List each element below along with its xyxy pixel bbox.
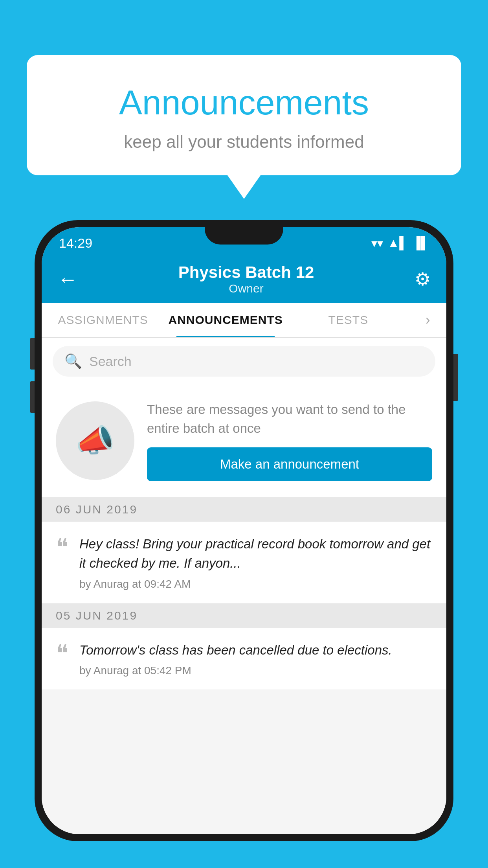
app-bar-subtitle: Owner bbox=[178, 282, 314, 295]
announcement-item-2[interactable]: ❝ Tomorrow's class has been cancelled du… bbox=[42, 628, 446, 690]
back-button[interactable]: ← bbox=[57, 267, 78, 291]
app-bar-title: Physics Batch 12 bbox=[178, 263, 314, 282]
phone-notch bbox=[205, 227, 283, 245]
status-icons: ▾▾ ▲▌ ▐▌ bbox=[371, 236, 429, 250]
make-announcement-button[interactable]: Make an announcement bbox=[147, 447, 432, 481]
quote-icon-1: ❝ bbox=[56, 536, 68, 559]
speech-bubble-title: Announcements bbox=[50, 83, 438, 123]
app-bar: ← Physics Batch 12 Owner ⚙ bbox=[42, 256, 446, 303]
speech-bubble-arrow bbox=[227, 175, 261, 199]
promo-description: These are messages you want to send to t… bbox=[147, 400, 432, 438]
promo-card: 📣 These are messages you want to send to… bbox=[42, 384, 446, 497]
power-button bbox=[453, 354, 458, 401]
speech-bubble-wrapper: Announcements keep all your students inf… bbox=[27, 55, 461, 199]
speech-bubble-card: Announcements keep all your students inf… bbox=[27, 55, 461, 175]
announcement-meta-2: by Anurag at 05:42 PM bbox=[79, 664, 432, 677]
tab-announcements[interactable]: ANNOUNCEMENTS bbox=[164, 303, 287, 337]
announcement-content-1: Hey class! Bring your practical record b… bbox=[79, 534, 432, 590]
quote-icon-2: ❝ bbox=[56, 642, 68, 666]
status-time: 14:29 bbox=[59, 235, 92, 251]
announcement-text-2: Tomorrow's class has been cancelled due … bbox=[79, 640, 432, 660]
announcement-item-1[interactable]: ❝ Hey class! Bring your practical record… bbox=[42, 522, 446, 603]
signal-icon: ▲▌ bbox=[388, 236, 408, 250]
wifi-icon: ▾▾ bbox=[371, 236, 383, 250]
date-separator-1: 06 JUN 2019 bbox=[42, 497, 446, 522]
promo-icon-circle: 📣 bbox=[56, 401, 134, 480]
date-separator-2: 05 JUN 2019 bbox=[42, 603, 446, 628]
search-bar[interactable]: 🔍 Search bbox=[53, 346, 435, 377]
phone-screen: 14:29 ▾▾ ▲▌ ▐▌ ← Physics Batch 12 Owner … bbox=[42, 227, 446, 834]
content-area: 🔍 Search 📣 These are messages you want t… bbox=[42, 338, 446, 834]
volume-down-button bbox=[30, 381, 35, 413]
tabs-bar: ASSIGNMENTS ANNOUNCEMENTS TESTS › bbox=[42, 303, 446, 338]
tab-tests[interactable]: TESTS bbox=[287, 303, 409, 337]
battery-icon: ▐▌ bbox=[412, 236, 429, 250]
promo-content: These are messages you want to send to t… bbox=[147, 400, 432, 481]
search-icon: 🔍 bbox=[64, 353, 82, 370]
speech-bubble-subtitle: keep all your students informed bbox=[50, 132, 438, 152]
volume-up-button bbox=[30, 338, 35, 370]
app-bar-title-wrap: Physics Batch 12 Owner bbox=[178, 263, 314, 295]
tab-assignments[interactable]: ASSIGNMENTS bbox=[42, 303, 164, 337]
announcement-text-1: Hey class! Bring your practical record b… bbox=[79, 534, 432, 573]
search-bar-wrap: 🔍 Search bbox=[42, 338, 446, 384]
phone-outer: 14:29 ▾▾ ▲▌ ▐▌ ← Physics Batch 12 Owner … bbox=[35, 220, 453, 841]
search-placeholder: Search bbox=[89, 354, 132, 369]
announcement-content-2: Tomorrow's class has been cancelled due … bbox=[79, 640, 432, 677]
phone-wrapper: 14:29 ▾▾ ▲▌ ▐▌ ← Physics Batch 12 Owner … bbox=[35, 220, 453, 841]
megaphone-icon: 📣 bbox=[75, 422, 115, 459]
settings-button[interactable]: ⚙ bbox=[415, 268, 431, 290]
announcement-meta-1: by Anurag at 09:42 AM bbox=[79, 578, 432, 590]
tab-more[interactable]: › bbox=[409, 303, 446, 337]
